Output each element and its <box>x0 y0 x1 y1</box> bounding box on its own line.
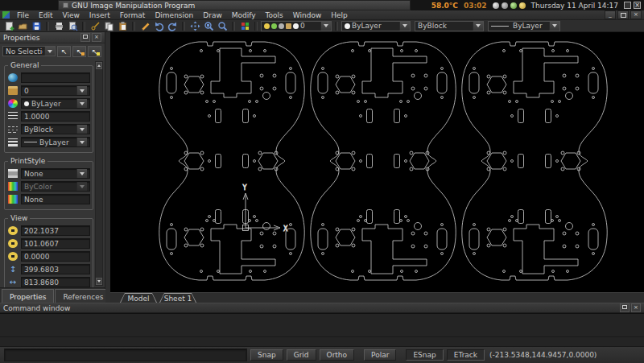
selection-combo[interactable]: No Selection <box>2 46 56 56</box>
color-combo-arrow[interactable] <box>399 22 410 31</box>
command-input[interactable] <box>4 349 247 361</box>
command-history[interactable] <box>0 313 644 346</box>
grid-toggle[interactable]: Grid <box>287 349 316 361</box>
open-file-button[interactable] <box>16 21 29 31</box>
lineweight-combo-arrow[interactable] <box>549 22 559 31</box>
tab-references[interactable]: References <box>55 289 111 303</box>
options-button[interactable] <box>89 21 101 31</box>
lineweight-field-arrow[interactable] <box>76 138 87 146</box>
tab-properties[interactable]: Properties <box>2 289 54 303</box>
linestyle-combo[interactable]: ByBlock <box>415 21 484 31</box>
color-field[interactable]: ByLayer <box>21 98 90 109</box>
view-height-field[interactable]: 399.6803 <box>21 264 90 274</box>
network-icon[interactable] <box>502 2 508 9</box>
menu-tools[interactable]: Tools <box>261 11 288 19</box>
polar-toggle[interactable]: Polar <box>364 349 396 361</box>
etrack-toggle[interactable]: ETrack <box>447 349 485 361</box>
zoom-window-button[interactable] <box>202 21 215 31</box>
menu-draw[interactable]: Draw <box>198 11 227 19</box>
properties-panel-titlebar[interactable]: Properties × <box>0 32 105 43</box>
color-field-arrow[interactable] <box>76 99 87 108</box>
window-restore-button[interactable] <box>617 10 629 19</box>
menu-format[interactable]: Format <box>115 11 151 19</box>
select-entities-button[interactable]: ↖ <box>57 46 71 57</box>
hyperlink-field[interactable] <box>21 72 90 83</box>
ortho-toggle[interactable]: Ortho <box>320 349 355 361</box>
snap-toggle[interactable]: Snap <box>250 349 283 361</box>
menu-window[interactable]: Window <box>288 11 327 19</box>
color-combo[interactable]: ByLayer <box>341 21 411 31</box>
undo-button[interactable] <box>152 21 165 31</box>
panel-close-icon[interactable]: × <box>634 2 641 9</box>
copy-button[interactable] <box>102 21 115 31</box>
lineweight-field[interactable]: ByLayer <box>21 137 90 147</box>
linestyle-icon <box>8 125 18 134</box>
view-width-field[interactable]: 813.8680 <box>21 277 90 287</box>
chassis-plate-1[interactable] <box>159 42 304 280</box>
tab-model[interactable]: Model <box>120 293 157 303</box>
menu-help[interactable]: Help <box>326 11 353 19</box>
menu-insert[interactable]: Insert <box>85 11 115 19</box>
center-x-field[interactable]: 202.1037 <box>21 225 90 236</box>
printstyle-field-arrow[interactable] <box>76 169 87 178</box>
layers-manager-button[interactable] <box>238 21 251 31</box>
save-button[interactable] <box>30 21 43 31</box>
center-z-field[interactable]: 0.0000 <box>21 251 90 262</box>
messenger-icon[interactable] <box>510 2 517 9</box>
redo-button[interactable] <box>166 21 179 31</box>
toolbar-separator <box>232 22 235 31</box>
new-file-button[interactable] <box>2 21 15 31</box>
current-linestyle-value: ByBlock <box>418 22 447 30</box>
app-icon[interactable] <box>2 11 10 19</box>
chassis-plate-2[interactable] <box>311 42 456 280</box>
zoom-fit-button[interactable] <box>216 21 229 31</box>
lineweight-combo[interactable]: ByLayer <box>488 21 560 31</box>
volume-icon[interactable] <box>493 2 499 9</box>
print-preview-button[interactable] <box>66 21 79 31</box>
linetype-scale-field[interactable]: 1.0000 <box>21 111 90 122</box>
layer-combo[interactable]: 0 <box>261 21 332 31</box>
layer-field-arrow[interactable] <box>76 86 87 95</box>
linestyle-combo-arrow[interactable] <box>473 22 483 31</box>
menu-edit[interactable]: Edit <box>34 11 57 19</box>
window-close-button[interactable]: × <box>630 10 642 19</box>
command-float-icon[interactable] <box>620 303 630 312</box>
layer-field[interactable]: 0 <box>21 85 90 96</box>
toolbar-separator <box>182 22 185 31</box>
command-window-titlebar[interactable]: Command window × <box>0 303 644 313</box>
panel-float-icon[interactable] <box>80 33 90 42</box>
paste-button[interactable] <box>116 21 129 31</box>
print-button[interactable] <box>52 21 65 31</box>
menu-dimension[interactable]: Dimension <box>150 11 198 19</box>
taskbar-window-button[interactable]: GNU Image Manipulation Program <box>58 0 411 10</box>
menu-modify[interactable]: Modify <box>227 11 261 19</box>
pan-button[interactable] <box>188 21 201 31</box>
layer-lock-icon <box>279 23 284 29</box>
center-y-field[interactable]: 101.0607 <box>21 238 90 249</box>
linestyle-field[interactable]: ByBlock <box>21 124 90 134</box>
chassis-plate-3[interactable] <box>462 42 607 280</box>
panel-clock[interactable]: Thursday 11 April 14:17 <box>531 2 618 10</box>
layer-combo-arrow[interactable] <box>320 22 331 31</box>
printstyle-field[interactable]: None <box>21 168 90 179</box>
updates-icon[interactable] <box>519 2 526 9</box>
printstyle-table-field[interactable]: None <box>21 194 90 204</box>
quick-select-button[interactable]: ↖ <box>88 46 101 57</box>
select-add-button[interactable]: ↖ <box>72 46 86 57</box>
scroll-down-icon[interactable] <box>96 278 102 285</box>
scroll-up-icon[interactable] <box>96 62 102 69</box>
panel-close-icon[interactable]: × <box>92 33 101 42</box>
menu-view[interactable]: View <box>58 11 85 19</box>
command-close-icon[interactable]: × <box>631 303 641 312</box>
tab-sheet1[interactable]: Sheet 1 <box>159 293 196 303</box>
selection-combo-arrow[interactable] <box>44 47 55 56</box>
esnap-toggle[interactable]: ESnap <box>406 349 443 361</box>
properties-scrollbar[interactable] <box>95 61 103 286</box>
linestyle-field-arrow[interactable] <box>76 125 87 134</box>
menu-file[interactable]: File <box>12 11 34 19</box>
edit-button[interactable] <box>138 21 151 31</box>
window-minimize-button[interactable]: _ <box>605 10 616 19</box>
menubar: File Edit View Insert Format Dimension D… <box>0 10 644 20</box>
drawing-canvas[interactable]: Y X <box>110 32 644 292</box>
show-desktop-icon[interactable] <box>624 2 631 9</box>
